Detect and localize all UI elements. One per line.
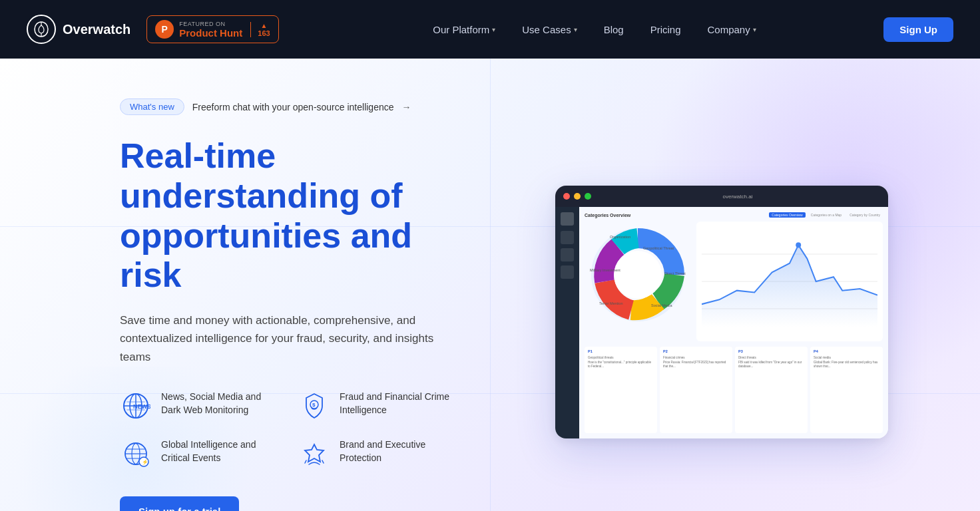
chevron-down-icon: ▾ [753,26,756,33]
svg-point-18 [614,251,662,299]
svg-text:Direct Threat: Direct Threat [664,271,686,275]
sidebar-icon-3 [561,248,574,261]
svg-text:⚡: ⚡ [142,458,148,465]
nav-links: Our Platform ▾ Use Cases ▾ Blog Pricing … [306,19,884,41]
ph-text: FEATURED ON Product Hunt [179,21,242,39]
mockup-line-chart [696,222,883,341]
mockup-news-label-2: Financial crimes [663,356,729,359]
feature-fraud: $ Fraud and Financial Crime Intelligence [298,390,450,422]
feature-fraud-label: Fraud and Financial Crime Intelligence [340,390,450,417]
sidebar-icon-2 [561,231,574,244]
hero-subtext: Save time and money with actionable, com… [120,311,450,366]
hero-heading-line1: Real-time [120,136,276,175]
nav-blog-label: Blog [604,24,624,35]
whats-new-bar: What's new Freeform chat with your open-… [120,98,450,115]
mockup-news-label-3: Direct threats [738,356,804,359]
feature-global: ⚡ Global Intelligence and Critical Event… [120,438,272,470]
mockup-news-label-4: Social media [814,356,879,359]
hero-section: What's new Freeform chat with your open-… [0,59,980,511]
mockup-news-card-2-title: P2 [663,349,729,354]
mockup-chart-area: Geopolitical Threat Direct Threat Social… [585,222,883,341]
mockup-news-label-1: Geopolitical threats [588,356,654,359]
logo[interactable]: Overwatch [27,15,130,44]
svg-rect-6 [126,401,145,403]
brand-icon [298,438,330,470]
svg-text:Terror Mention: Terror Mention [599,301,622,305]
mockup-news-card-4-text: Global Bank: Five-year old sentenced pol… [814,361,879,369]
dot-minimize [574,193,581,200]
hero-heading: Real-time understanding of opportunities… [120,136,450,295]
mockup-tab-1: Categories on a Map [808,212,844,218]
mockup-tab-active: Categories Overview [769,212,805,218]
dot-fullscreen [585,193,591,200]
svg-text:Organization: Organization [610,235,630,239]
hero-heading-line2: understanding of [120,176,403,215]
cta-signup-button[interactable]: Sign up for a trial [120,496,239,511]
whats-new-text: Freeform chat with your open-source inte… [192,102,394,112]
mockup-tabs: Categories Overview Categories on a Map … [769,212,883,218]
svg-text:$: $ [312,402,316,408]
mockup-header-row: Categories Overview Categories Overview … [585,212,883,218]
mockup-news-card-2-text: Price Russia: Financial [FTF2023] has re… [663,361,729,369]
mockup-news-card-4-title: P4 [814,349,879,354]
nav-pricing-label: Pricing [650,24,681,35]
mockup-news-grid: P1 Geopolitical threats How is the "cons… [585,347,883,433]
svg-text:Military Investment: Military Investment [590,268,620,272]
sidebar-icon-4 [561,265,574,279]
nav-company[interactable]: Company ▾ [697,19,767,41]
feature-news: NEWS News, Social Media and Dark Web Mon… [120,390,272,422]
svg-text:NEWS: NEWS [133,403,150,410]
mockup-news-card-2: P2 Financial crimes Price Russia: Financ… [660,347,732,433]
mockup-url-bar: overwatch.ai [595,194,880,200]
mockup-news-card-1-text: How is the "constitutional..." principle… [588,361,654,369]
hero-left: What's new Freeform chat with your open-… [0,59,490,511]
mockup-news-card-3-text: FBI said it was killed from "One year ag… [738,361,804,369]
dashboard-mockup: overwatch.ai Categories Overview Categor… [555,186,888,438]
ph-featured-label: FEATURED ON [179,21,242,27]
logo-icon [27,15,56,44]
nav-use-cases-label: Use Cases [522,24,571,35]
mockup-news-card-3-title: P3 [738,349,804,354]
sidebar-icon-1 [561,212,574,226]
hero-heading-line3: opportunities and risk [120,216,412,295]
signup-button[interactable]: Sign Up [883,17,953,42]
mockup-tab-2: Category by Country [847,212,883,218]
features-grid: NEWS News, Social Media and Dark Web Mon… [120,390,450,470]
mockup-sidebar [555,207,579,438]
hero-right: overwatch.ai Categories Overview Categor… [490,59,980,511]
navbar: Overwatch P FEATURED ON Product Hunt ▲ 1… [0,0,980,59]
mockup-donut-chart: Geopolitical Threat Direct Threat Social… [585,222,691,328]
ph-count: ▲ 163 [250,22,270,37]
mockup-news-card-4: P4 Social media Global Bank: Five-year o… [810,347,883,433]
feature-brand: Brand and Executive Protection [298,438,450,470]
mockup-news-card-1: P1 Geopolitical threats How is the "cons… [585,347,657,433]
whats-new-badge: What's new [120,98,184,115]
nav-our-platform[interactable]: Our Platform ▾ [422,19,506,41]
svg-text:Social Media: Social Media [651,303,672,307]
news-icon: NEWS [120,390,152,422]
product-hunt-badge[interactable]: P FEATURED ON Product Hunt ▲ 163 [146,15,278,43]
mockup-title: Categories Overview [585,213,630,218]
feature-global-label: Global Intelligence and Critical Events [161,438,272,465]
mockup-topbar: overwatch.ai [555,186,888,207]
nav-pricing[interactable]: Pricing [640,19,692,41]
mockup-news-card-3: P3 Direct threats FBI said it was killed… [735,347,808,433]
global-icon: ⚡ [120,438,152,470]
logo-text: Overwatch [63,22,130,37]
svg-text:Geopolitical Threat: Geopolitical Threat [643,246,674,250]
mockup-news-card-1-title: P1 [588,349,654,354]
dot-close [563,193,570,200]
ph-triangle-icon: ▲ [260,22,267,29]
nav-our-platform-label: Our Platform [433,24,489,35]
ph-count-number: 163 [258,29,270,37]
ph-name: Product Hunt [179,27,242,39]
arrow-right-icon: → [402,102,411,112]
feature-news-label: News, Social Media and Dark Web Monitori… [161,390,272,417]
nav-use-cases[interactable]: Use Cases ▾ [511,19,587,41]
nav-company-label: Company [708,24,750,35]
nav-blog[interactable]: Blog [593,19,634,41]
chevron-down-icon: ▾ [492,26,495,33]
svg-point-28 [796,243,801,248]
fraud-icon: $ [298,390,330,422]
mockup-content: Categories Overview Categories Overview … [579,207,888,438]
